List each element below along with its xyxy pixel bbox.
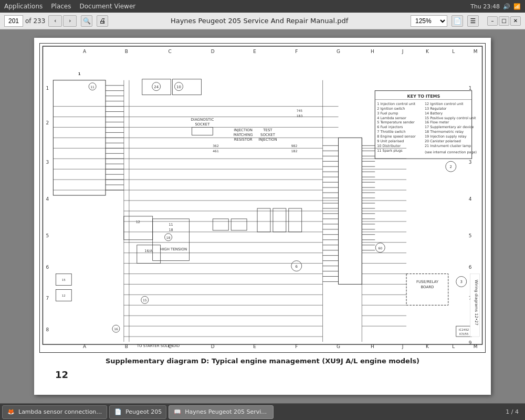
svg-text:FUSE/RELAY: FUSE/RELAY — [416, 280, 439, 284]
svg-text:1  Injection control unit: 1 Injection control unit — [377, 102, 415, 106]
system-time: Thu 23:48 — [470, 3, 500, 10]
svg-text:Wiring diagrams  12•27: Wiring diagrams 12•27 — [474, 280, 479, 326]
places-menu[interactable]: Places — [51, 3, 71, 10]
svg-text:1: 1 — [78, 72, 81, 76]
svg-text:J: J — [402, 49, 404, 54]
svg-text:3: 3 — [469, 160, 472, 165]
svg-text:11  Spark plugs: 11 Spark plugs — [377, 149, 403, 153]
svg-text:16/A: 16/A — [144, 249, 152, 253]
page-number-input[interactable] — [4, 15, 23, 27]
svg-text:B: B — [125, 344, 128, 349]
page-number-bottom: 12 — [55, 369, 68, 380]
svg-text:19  Injection supply relay: 19 Injection supply relay — [425, 134, 467, 139]
svg-text:F: F — [295, 344, 298, 349]
svg-text:BOARD: BOARD — [421, 285, 434, 289]
find-button[interactable]: 🔍 — [81, 15, 92, 27]
system-bar-left: Applications Places Document Viewer — [4, 3, 135, 10]
svg-text:1B3: 1B3 — [297, 114, 303, 118]
svg-text:17  Supplementary air device: 17 Supplementary air device — [425, 125, 474, 129]
menu-icon: ☰ — [470, 17, 476, 25]
svg-text:INJECTION: INJECTION — [234, 128, 253, 132]
svg-text:2  Ignition switch: 2 Ignition switch — [377, 107, 405, 111]
svg-text:SOCKET: SOCKET — [195, 122, 210, 127]
document-content-area[interactable]: A B C D E F G H J K L M A B C D — [0, 29, 525, 403]
svg-text:18: 18 — [166, 236, 171, 239]
network-icon[interactable]: 📶 — [513, 3, 521, 10]
svg-text:J: J — [402, 344, 404, 349]
taskbar-item-firefox[interactable]: 🦊 Lambda sensor connections Bosch ... — [2, 405, 107, 419]
svg-text:461: 461 — [213, 149, 219, 153]
taskbar-label-haynes: Haynes Peugeot 205 Service And R... — [185, 408, 269, 415]
svg-text:6: 6 — [469, 265, 472, 270]
svg-text:8  Engine speed sensor: 8 Engine speed sensor — [377, 134, 416, 139]
svg-text:9: 9 — [469, 340, 472, 345]
svg-text:(see internal connection page): (see internal connection page) — [425, 150, 477, 154]
print-icon: 🖨 — [99, 17, 106, 25]
svg-text:1: 1 — [46, 86, 49, 91]
zoom-select[interactable]: 50% 75% 100% 125% 150% 200% — [411, 15, 447, 27]
svg-text:13  Regulator: 13 Regulator — [425, 107, 447, 111]
window-controls: – □ ✕ — [487, 16, 521, 26]
wiring-diagram: A B C D E F G H J K L M A B C D — [39, 43, 486, 353]
svg-text:16: 16 — [114, 327, 118, 331]
taskbar-item-peugeot[interactable]: 📄 Peugeot 205 — [109, 405, 166, 419]
svg-text:2: 2 — [450, 165, 452, 169]
prev-page-button[interactable]: ‹ — [48, 15, 62, 27]
next-page-button[interactable]: › — [63, 15, 77, 27]
sidebar-toggle-button[interactable]: 📄 — [452, 15, 463, 27]
system-bar: Applications Places Document Viewer Thu … — [0, 0, 525, 13]
svg-text:G: G — [337, 344, 340, 349]
svg-text:24: 24 — [154, 85, 159, 89]
app-menu[interactable]: Document Viewer — [79, 3, 135, 10]
svg-text:15  Positive supply control un: 15 Positive supply control unit — [425, 116, 476, 120]
minimize-button[interactable]: – — [487, 16, 498, 26]
svg-text:8: 8 — [46, 327, 49, 332]
diagram-svg: A B C D E F G H J K L M A B C D — [40, 44, 485, 352]
taskbar-item-haynes[interactable]: 📖 Haynes Peugeot 205 Service And R... — [169, 405, 274, 419]
app-window: of 233 ‹ › 🔍 🖨 Haynes Peugeot 205 Servic… — [0, 13, 525, 403]
svg-text:12: 12 — [62, 294, 66, 297]
volume-icon[interactable]: 🔊 — [503, 3, 510, 10]
svg-text:TO STARTER SOLENOID: TO STARTER SOLENOID — [136, 344, 180, 348]
svg-text:14  Battery: 14 Battery — [425, 111, 443, 116]
svg-text:6: 6 — [296, 265, 298, 269]
svg-text:11: 11 — [169, 223, 173, 227]
document-page: A B C D E F G H J K L M A B C D — [34, 38, 491, 395]
svg-text:7: 7 — [46, 296, 49, 301]
svg-text:HIGH TENSION: HIGH TENSION — [160, 247, 187, 251]
diagram-caption: Supplementary diagram D: Typical engine … — [106, 357, 419, 365]
taskbar: 🦊 Lambda sensor connections Bosch ... 📄 … — [0, 403, 525, 420]
svg-text:6  Fuel injectors: 6 Fuel injectors — [377, 125, 403, 129]
svg-text:12  Ignition control unit: 12 Ignition control unit — [425, 102, 464, 106]
close-button[interactable]: ✕ — [510, 16, 521, 26]
svg-text:21  Instrument cluster lamp: 21 Instrument cluster lamp — [425, 144, 471, 148]
svg-text:A: A — [83, 49, 87, 54]
svg-text:E: E — [253, 344, 256, 349]
svg-text:745: 745 — [297, 109, 303, 112]
svg-text:A: A — [83, 344, 87, 349]
taskbar-label-firefox: Lambda sensor connections Bosch ... — [18, 408, 102, 415]
svg-text:4: 4 — [46, 196, 49, 202]
print-button[interactable]: 🖨 — [97, 15, 108, 27]
maximize-button[interactable]: □ — [499, 16, 509, 26]
svg-text:G: G — [337, 49, 340, 54]
svg-text:4  Lambda sensor: 4 Lambda sensor — [377, 116, 406, 120]
svg-text:L: L — [452, 49, 455, 54]
svg-text:M: M — [474, 344, 478, 349]
applications-menu[interactable]: Applications — [4, 3, 43, 10]
svg-text:E: E — [253, 49, 256, 54]
svg-text:4: 4 — [469, 196, 472, 202]
sidebar-icon: 📄 — [454, 17, 461, 25]
svg-text:F: F — [295, 49, 298, 54]
svg-text:TEST: TEST — [262, 128, 272, 132]
svg-text:MATCHING: MATCHING — [234, 133, 253, 137]
taskbar-label-peugeot: Peugeot 205 — [125, 408, 162, 415]
svg-text:5  Temperature sender: 5 Temperature sender — [377, 120, 415, 124]
svg-text:M: M — [474, 49, 478, 54]
svg-text:D: D — [211, 344, 215, 349]
svg-text:60: 60 — [378, 246, 382, 250]
taskbar-page-indicator: 1 / 4 — [506, 408, 523, 415]
peugeot-icon: 📄 — [114, 408, 122, 416]
svg-text:D: D — [211, 49, 215, 54]
menu-button[interactable]: ☰ — [467, 15, 479, 27]
